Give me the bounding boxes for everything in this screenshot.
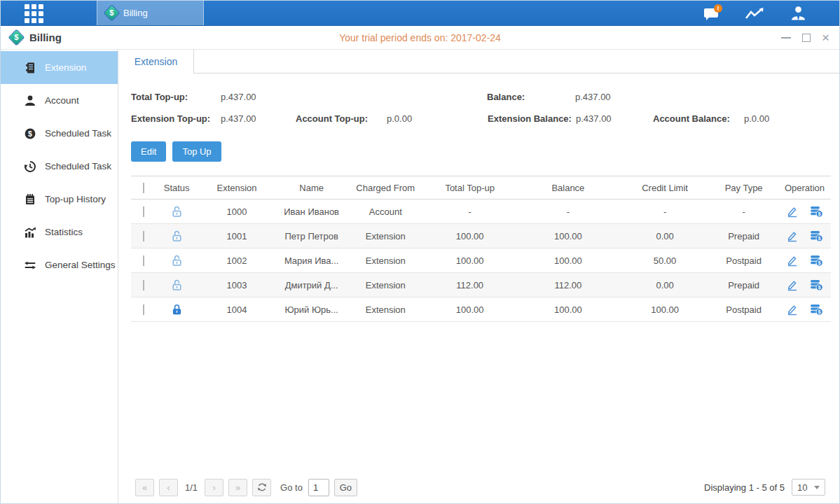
sidebar-item-statistics[interactable]: Statistics (1, 216, 118, 248)
edit-row-icon[interactable] (786, 303, 799, 316)
go-button[interactable]: Go (334, 479, 357, 496)
extension-cell: 1004 (198, 304, 277, 315)
tab-strip: Extension (118, 50, 839, 74)
sliders-icon (24, 259, 36, 272)
lock-open-icon (170, 254, 184, 267)
page-size-value: 10 (797, 482, 807, 493)
column-header-name: Name (276, 183, 347, 193)
tab-extension[interactable]: Extension (118, 50, 194, 74)
row-checkbox[interactable] (143, 206, 144, 217)
pagination-bar: « ‹ 1/1 › » Go to Go (131, 477, 831, 498)
trial-period-notice: Your trial period ends on: 2017-02-24 (221, 32, 619, 43)
taskbar-tab-label: Billing (123, 8, 148, 18)
select-all-checkbox[interactable] (143, 183, 144, 193)
table-row: 1003Дмитрий Д...Extension112.00112.000.0… (131, 273, 831, 298)
status-cell (156, 303, 198, 316)
edit-button[interactable]: Edit (131, 141, 166, 162)
user-account-icon[interactable] (790, 5, 807, 22)
resource-monitor-icon[interactable] (745, 6, 766, 21)
total-topup-value: p.437.00 (221, 92, 487, 102)
last-page-button[interactable]: » (228, 479, 247, 496)
column-header-pay-type: Pay Type (709, 183, 778, 193)
balance-cell: - (516, 206, 621, 217)
displaying-summary: Displaying 1 - 5 of 5 (704, 482, 785, 493)
lock-open-icon (170, 205, 184, 218)
desktop-topbar: $ Billing ! (1, 1, 839, 26)
billing-dollar-diamond-icon: $ (8, 29, 25, 46)
ledger-icon (24, 62, 36, 74)
edit-row-icon[interactable] (786, 254, 799, 267)
billing-summary: Total Top-up: p.437.00 Balance: p.437.00… (131, 86, 831, 130)
extension-balance-value: p.437.00 (576, 113, 653, 124)
credit-limit-cell: 50.00 (621, 255, 709, 266)
first-page-button[interactable]: « (135, 479, 154, 496)
edit-row-icon[interactable] (786, 205, 799, 218)
goto-label: Go to (280, 482, 303, 493)
balance-label: Balance: (487, 92, 575, 102)
sidebar-item-general-settings[interactable]: General Settings (1, 248, 118, 281)
table-row: 1000Иван ИвановAccount----$ (131, 200, 831, 224)
edit-row-icon[interactable] (786, 230, 799, 242)
sidebar-item-label: Extension (45, 62, 86, 73)
row-checkbox[interactable] (143, 231, 144, 241)
chart-growth-icon (24, 226, 36, 239)
operation-cell: $ (778, 230, 831, 242)
goto-page-input[interactable] (308, 479, 329, 496)
status-cell (156, 254, 198, 267)
next-page-button[interactable]: › (205, 479, 223, 496)
top-up-button[interactable]: Top Up (172, 141, 221, 162)
name-cell: Юрий Юрь... (276, 304, 347, 315)
maximize-icon[interactable] (802, 34, 811, 42)
table-row: 1001Петр ПетровExtension100.00100.000.00… (131, 224, 831, 248)
edit-row-icon[interactable] (786, 279, 799, 291)
extension-topup-label: Extension Top-up: (131, 113, 221, 124)
extension-table: Status Extension Name Charged From Total… (131, 176, 831, 322)
top-up-row-icon[interactable]: $ (809, 279, 823, 291)
svg-text:$: $ (28, 129, 32, 137)
top-up-row-icon[interactable]: $ (809, 230, 823, 242)
sidebar-item-label: General Settings (45, 260, 116, 270)
extension-cell: 1000 (198, 206, 277, 217)
row-checkbox[interactable] (143, 280, 144, 290)
app-grid-icon[interactable] (25, 4, 43, 23)
sidebar-item-topup-history[interactable]: Top-up History (1, 183, 118, 216)
dollar-circle-icon: $ (24, 127, 36, 140)
notification-badge: ! (714, 4, 722, 13)
row-checkbox[interactable] (143, 255, 144, 266)
balance-value: p.437.00 (575, 92, 611, 102)
refresh-button[interactable] (252, 479, 271, 496)
top-up-row-icon[interactable]: $ (809, 205, 823, 218)
person-icon (24, 94, 36, 107)
total-topup-label: Total Top-up: (131, 92, 221, 102)
sidebar-item-scheduled-task[interactable]: Scheduled Task (1, 150, 118, 183)
sidebar-item-extension[interactable]: Extension (1, 51, 118, 84)
close-icon[interactable]: × (822, 33, 829, 43)
credit-limit-cell: - (621, 206, 709, 217)
notifications-icon[interactable]: ! (704, 6, 721, 20)
refresh-icon (257, 482, 267, 492)
top-up-row-icon[interactable]: $ (809, 303, 823, 316)
total-topup-cell: 100.00 (425, 304, 516, 315)
sidebar-item-account[interactable]: Account (1, 84, 118, 117)
taskbar-tab-billing[interactable]: $ Billing (97, 1, 204, 25)
sidebar-item-label: Scheduled Task (45, 161, 111, 172)
column-header-credit-limit: Credit Limit (621, 183, 709, 193)
sidebar: Extension Account $ Scheduled Task (1, 50, 118, 503)
chevron-down-icon (814, 486, 820, 489)
account-balance-label: Account Balance: (653, 113, 744, 124)
page-size-select[interactable]: 10 (792, 479, 825, 496)
pay-type-cell: - (709, 206, 778, 217)
sidebar-item-label: Statistics (45, 227, 83, 237)
main-panel: Extension Total Top-up: p.437.00 Balance… (118, 50, 839, 503)
extension-balance-label: Extension Balance: (488, 113, 576, 124)
top-up-row-icon[interactable]: $ (809, 254, 823, 267)
lock-open-icon (170, 230, 184, 243)
pay-type-cell: Postpaid (709, 255, 778, 266)
notepad-icon (24, 193, 36, 206)
minimize-icon[interactable] (781, 37, 791, 38)
balance-cell: 100.00 (516, 304, 621, 315)
prev-page-button[interactable]: ‹ (159, 479, 178, 496)
sidebar-item-rate[interactable]: $ Scheduled Task (1, 117, 118, 150)
name-cell: Иван Иванов (276, 206, 347, 217)
row-checkbox[interactable] (143, 304, 144, 315)
